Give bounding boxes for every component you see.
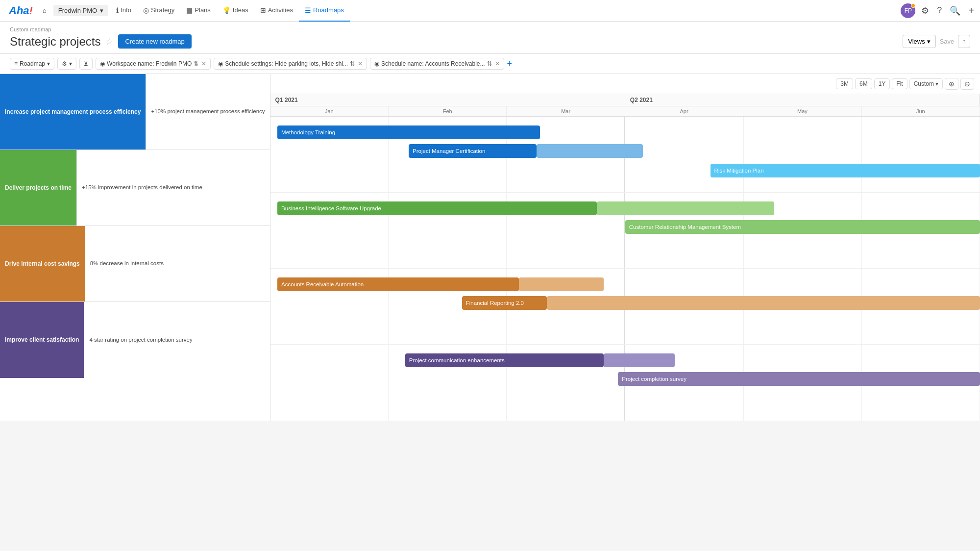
circle-icon: ◉ — [374, 60, 379, 67]
1y-button[interactable]: 1Y — [874, 78, 890, 89]
goal-color-4[interactable]: Improve client satisfaction — [0, 302, 84, 378]
gantt-row-2: Business Intelligence Software Upgrade C… — [270, 193, 980, 269]
nav-ideas[interactable]: 💡 Ideas — [217, 0, 254, 22]
bar-ar-auto-dark[interactable]: Accounts Receivable Automation — [277, 277, 518, 291]
create-roadmap-button[interactable]: Create new roadmap — [118, 34, 191, 49]
nav-plans-label: Plans — [195, 6, 211, 14]
bar-bi-upgrade-dark[interactable]: Business Intelligence Software Upgrade — [277, 201, 597, 215]
chevron-down-icon: ▾ — [69, 60, 72, 67]
goal-color-1[interactable]: Increase project management process effi… — [0, 74, 146, 150]
share-button[interactable]: ↑ — [958, 35, 970, 48]
bar-proj-comm-light[interactable] — [604, 353, 675, 367]
add-filter-button[interactable]: + — [507, 59, 513, 68]
goal-label-2: Deliver projects on time — [5, 184, 72, 192]
chevron-updown-icon: ⇅ — [194, 60, 198, 67]
filter-roadmap[interactable]: ≡ Roadmap ▾ — [10, 58, 54, 70]
timeline-panel: 3M 6M 1Y Fit Custom ▾ ⊕ ⊖ Q1 2021 Q2 202… — [270, 74, 980, 421]
goal-color-3[interactable]: Drive internal cost savings — [0, 226, 85, 301]
funnel-icon: ⊻ — [84, 60, 88, 67]
goal-row-3: Drive internal cost savings 8% decrease … — [0, 226, 270, 302]
chevron-down-icon: ▾ — [100, 7, 103, 14]
nav-home[interactable]: ⌂ — [38, 7, 51, 14]
zoom-out-button[interactable]: ⊖ — [960, 78, 974, 90]
6m-button[interactable]: 6M — [855, 78, 872, 89]
bar-risk-mitigation[interactable]: Risk Mitigation Plan — [710, 164, 980, 177]
fit-button[interactable]: Fit — [892, 78, 907, 89]
month-may: May — [743, 106, 861, 116]
gear-icon: ⚙ — [62, 60, 67, 67]
filter-schedule-label: Schedule settings: Hide parking lots, Hi… — [225, 60, 348, 67]
bar-proj-completion[interactable]: Project completion survey — [618, 372, 980, 386]
remove-icon: ✕ — [201, 60, 206, 67]
3m-button[interactable]: 3M — [836, 78, 853, 89]
filter-workspace[interactable]: ◉ Workspace name: Fredwin PMO ⇅ ✕ — [96, 58, 211, 70]
nav-strategy[interactable]: ◎ Strategy — [137, 0, 180, 22]
remove-icon: ✕ — [358, 60, 363, 67]
filter-icon: ≡ — [14, 60, 18, 67]
search-button[interactable]: 🔍 — [948, 3, 962, 18]
avatar[interactable]: FP — [901, 3, 915, 18]
month-mar: Mar — [507, 106, 625, 116]
goal-row-1: Increase project management process effi… — [0, 74, 270, 150]
nav-strategy-label: Strategy — [151, 6, 174, 14]
filter-settings[interactable]: ⚙ ▾ — [57, 58, 76, 70]
nav-info-label: Info — [121, 6, 131, 14]
save-button[interactable]: Save — [940, 38, 955, 45]
bar-label: Project Manager Certification — [413, 148, 485, 154]
filter-funnel[interactable]: ⊻ — [79, 58, 93, 70]
bar-fin-reporting-dark[interactable]: Financial Reporting 2.0 — [462, 296, 547, 310]
goal-label-4: Improve client satisfaction — [5, 336, 79, 344]
info-icon: ℹ — [116, 6, 119, 14]
bar-pm-cert-dark[interactable]: Project Manager Certification — [409, 144, 537, 158]
page-header: Custom roadmap Strategic projects ☆ Crea… — [0, 22, 980, 54]
views-button[interactable]: Views ▾ — [903, 35, 935, 48]
bar-methodology-training[interactable]: Methodology Training — [277, 125, 540, 139]
nav-activities-label: Activities — [268, 6, 293, 14]
zoom-in-button[interactable]: ⊕ — [945, 78, 958, 90]
nav-workspace[interactable]: Fredwin PMO ▾ — [53, 5, 108, 16]
nav-info[interactable]: ℹ Info — [110, 0, 137, 22]
nav-plans[interactable]: ▦ Plans — [180, 0, 217, 22]
goal-color-2[interactable]: Deliver projects on time — [0, 150, 76, 225]
filter-schedule[interactable]: ◉ Schedule settings: Hide parking lots, … — [214, 58, 367, 70]
nav-roadmaps[interactable]: ☰ Roadmaps — [299, 0, 350, 22]
goal-label-3: Drive internal cost savings — [5, 260, 80, 268]
bar-label: Accounts Receivable Automation — [281, 281, 364, 287]
month-apr: Apr — [625, 106, 743, 116]
goal-metric-3: 8% decrease in internal costs — [85, 226, 169, 301]
goal-metric-2: +15% improvement in projects delivered o… — [76, 150, 207, 225]
chevron-down-icon: ▾ — [935, 80, 938, 87]
bar-pm-cert-light[interactable] — [537, 144, 643, 158]
chevron-down-icon: ▾ — [47, 60, 50, 67]
bar-ar-auto-light[interactable] — [519, 277, 604, 291]
quarter-q1: Q1 2021 — [270, 94, 625, 106]
page-title: Strategic projects — [10, 35, 100, 49]
bar-label: Methodology Training — [281, 129, 335, 135]
help-button[interactable]: ? — [935, 3, 944, 18]
bar-proj-comm-dark[interactable]: Project communication enhancements — [405, 353, 604, 367]
logo[interactable]: Aha! — [4, 4, 38, 17]
circle-icon: ◉ — [218, 60, 223, 67]
add-button[interactable]: + — [966, 3, 976, 18]
goal-row-2: Deliver projects on time +15% improvemen… — [0, 150, 270, 226]
star-icon[interactable]: ☆ — [105, 36, 113, 47]
bar-label: Financial Reporting 2.0 — [466, 300, 524, 306]
nav-ideas-label: Ideas — [233, 6, 248, 14]
bar-bi-upgrade-light[interactable] — [597, 201, 774, 215]
nav-activities[interactable]: ⊞ Activities — [254, 0, 299, 22]
goal-row-4: Improve client satisfaction 4 star ratin… — [0, 302, 270, 378]
filter-schedule-name[interactable]: ◉ Schedule name: Accounts Receivable... … — [370, 58, 504, 70]
custom-button[interactable]: Custom ▾ — [909, 78, 943, 89]
months-row: Jan Feb Mar Apr May Jun — [270, 106, 980, 117]
settings-button[interactable]: ⚙ — [919, 3, 931, 18]
bar-label: Customer Relationship Management System — [629, 224, 741, 230]
workspace-label: Fredwin PMO — [58, 7, 97, 14]
goal-metric-4: 4 star rating on project completion surv… — [84, 302, 197, 378]
quarters-row: Q1 2021 Q2 2021 — [270, 94, 980, 106]
bar-crm[interactable]: Customer Relationship Management System — [625, 220, 980, 234]
plans-icon: ▦ — [186, 6, 193, 14]
gantt-row-4: Project communication enhancements Proje… — [270, 345, 980, 421]
month-jun: Jun — [862, 106, 980, 116]
bar-fin-reporting-light[interactable] — [547, 296, 980, 310]
circle-icon: ◉ — [100, 60, 105, 67]
